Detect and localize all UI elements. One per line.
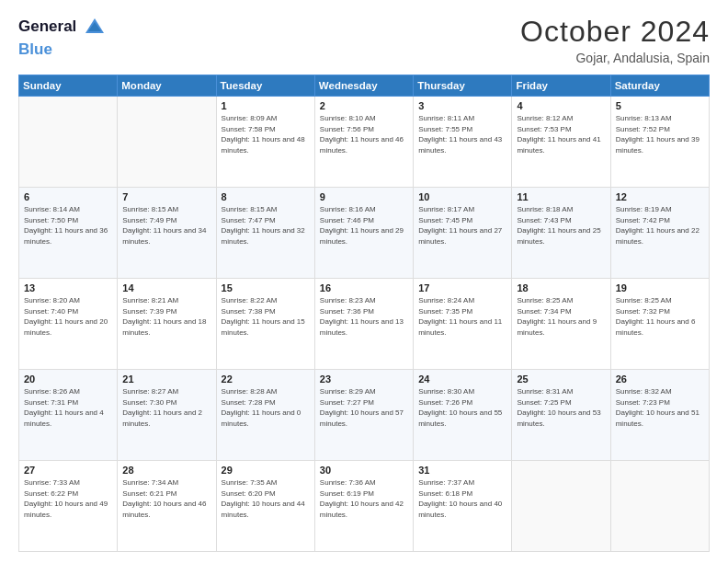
calendar-cell: 8Sunrise: 8:15 AM Sunset: 7:47 PM Daylig…	[216, 188, 314, 279]
day-info: Sunrise: 7:35 AM Sunset: 6:20 PM Dayligh…	[222, 477, 310, 520]
calendar-cell: 7Sunrise: 8:15 AM Sunset: 7:49 PM Daylig…	[118, 188, 216, 279]
calendar-cell: 2Sunrise: 8:10 AM Sunset: 7:56 PM Daylig…	[314, 97, 413, 188]
calendar-week-row: 27Sunrise: 7:33 AM Sunset: 6:22 PM Dayli…	[19, 461, 710, 552]
day-number: 25	[517, 373, 605, 385]
calendar-cell: 22Sunrise: 8:28 AM Sunset: 7:28 PM Dayli…	[216, 370, 314, 461]
day-info: Sunrise: 8:13 AM Sunset: 7:52 PM Dayligh…	[616, 113, 704, 155]
day-number: 26	[616, 373, 704, 385]
calendar-week-row: 13Sunrise: 8:20 AM Sunset: 7:40 PM Dayli…	[19, 279, 710, 370]
calendar-col-wednesday: Wednesday	[314, 75, 413, 97]
day-info: Sunrise: 8:22 AM Sunset: 7:38 PM Dayligh…	[222, 295, 310, 338]
calendar-cell: 6Sunrise: 8:14 AM Sunset: 7:50 PM Daylig…	[19, 188, 118, 279]
calendar-header-row: SundayMondayTuesdayWednesdayThursdayFrid…	[19, 75, 710, 97]
day-number: 4	[517, 100, 605, 111]
calendar-cell: 3Sunrise: 8:11 AM Sunset: 7:55 PM Daylig…	[414, 97, 512, 188]
calendar-cell: 26Sunrise: 8:32 AM Sunset: 7:23 PM Dayli…	[610, 370, 709, 461]
day-number: 20	[24, 373, 112, 385]
calendar-cell: 31Sunrise: 7:37 AM Sunset: 6:18 PM Dayli…	[414, 461, 512, 552]
day-info: Sunrise: 8:16 AM Sunset: 7:46 PM Dayligh…	[320, 204, 408, 247]
calendar-cell: 30Sunrise: 7:36 AM Sunset: 6:19 PM Dayli…	[314, 461, 413, 552]
day-info: Sunrise: 8:21 AM Sunset: 7:39 PM Dayligh…	[122, 295, 210, 338]
calendar-cell: 5Sunrise: 8:13 AM Sunset: 7:52 PM Daylig…	[610, 97, 709, 188]
calendar-cell	[118, 97, 216, 188]
day-number: 10	[418, 191, 506, 202]
day-info: Sunrise: 8:15 AM Sunset: 7:49 PM Dayligh…	[122, 204, 210, 247]
calendar-week-row: 6Sunrise: 8:14 AM Sunset: 7:50 PM Daylig…	[19, 188, 710, 279]
logo-general: General	[18, 17, 76, 35]
calendar-week-row: 20Sunrise: 8:26 AM Sunset: 7:31 PM Dayli…	[19, 370, 710, 461]
day-info: Sunrise: 7:36 AM Sunset: 6:19 PM Dayligh…	[320, 477, 408, 520]
day-info: Sunrise: 8:11 AM Sunset: 7:55 PM Dayligh…	[418, 113, 506, 155]
day-number: 29	[222, 465, 310, 476]
day-info: Sunrise: 8:14 AM Sunset: 7:50 PM Dayligh…	[24, 204, 112, 247]
calendar-col-monday: Monday	[118, 75, 216, 97]
day-info: Sunrise: 8:30 AM Sunset: 7:26 PM Dayligh…	[418, 386, 506, 429]
day-info: Sunrise: 7:33 AM Sunset: 6:22 PM Dayligh…	[24, 477, 112, 520]
location-title: Gojar, Andalusia, Spain	[520, 51, 710, 65]
calendar-cell	[512, 461, 610, 552]
day-number: 15	[222, 282, 310, 293]
calendar-cell	[19, 97, 118, 188]
calendar-cell: 24Sunrise: 8:30 AM Sunset: 7:26 PM Dayli…	[414, 370, 512, 461]
calendar-cell: 4Sunrise: 8:12 AM Sunset: 7:53 PM Daylig…	[512, 97, 610, 188]
day-number: 31	[418, 465, 506, 476]
day-info: Sunrise: 8:10 AM Sunset: 7:56 PM Dayligh…	[320, 113, 408, 155]
page: General Blue October 2024 Gojar, Andalus…	[0, 0, 728, 563]
calendar-cell: 12Sunrise: 8:19 AM Sunset: 7:42 PM Dayli…	[610, 188, 709, 279]
header: General Blue October 2024 Gojar, Andalus…	[18, 15, 710, 65]
day-info: Sunrise: 8:24 AM Sunset: 7:35 PM Dayligh…	[418, 295, 506, 338]
calendar-cell: 11Sunrise: 8:18 AM Sunset: 7:43 PM Dayli…	[512, 188, 610, 279]
day-info: Sunrise: 7:37 AM Sunset: 6:18 PM Dayligh…	[418, 477, 506, 520]
calendar-cell: 21Sunrise: 8:27 AM Sunset: 7:30 PM Dayli…	[118, 370, 216, 461]
day-info: Sunrise: 7:34 AM Sunset: 6:21 PM Dayligh…	[122, 477, 210, 520]
month-title: October 2024	[520, 15, 710, 49]
day-info: Sunrise: 8:15 AM Sunset: 7:47 PM Dayligh…	[222, 204, 310, 247]
calendar-cell: 25Sunrise: 8:31 AM Sunset: 7:25 PM Dayli…	[512, 370, 610, 461]
day-number: 17	[418, 282, 506, 293]
calendar-cell: 20Sunrise: 8:26 AM Sunset: 7:31 PM Dayli…	[19, 370, 118, 461]
day-number: 16	[320, 282, 408, 293]
day-number: 3	[418, 100, 506, 111]
calendar-col-thursday: Thursday	[414, 75, 512, 97]
day-number: 28	[122, 465, 210, 476]
day-number: 27	[24, 465, 112, 476]
logo: General Blue	[18, 15, 108, 59]
day-info: Sunrise: 8:32 AM Sunset: 7:23 PM Dayligh…	[616, 386, 704, 429]
day-number: 14	[122, 282, 210, 293]
calendar-cell: 23Sunrise: 8:29 AM Sunset: 7:27 PM Dayli…	[314, 370, 413, 461]
day-number: 1	[222, 100, 310, 111]
day-number: 5	[616, 100, 704, 111]
day-number: 6	[24, 191, 112, 202]
day-number: 24	[418, 373, 506, 385]
day-info: Sunrise: 8:29 AM Sunset: 7:27 PM Dayligh…	[320, 386, 408, 429]
day-number: 11	[517, 191, 605, 202]
day-info: Sunrise: 8:18 AM Sunset: 7:43 PM Dayligh…	[517, 204, 605, 247]
calendar-cell: 16Sunrise: 8:23 AM Sunset: 7:36 PM Dayli…	[314, 279, 413, 370]
calendar-cell: 10Sunrise: 8:17 AM Sunset: 7:45 PM Dayli…	[414, 188, 512, 279]
day-number: 13	[24, 282, 112, 293]
day-number: 23	[320, 373, 408, 385]
calendar-cell: 13Sunrise: 8:20 AM Sunset: 7:40 PM Dayli…	[19, 279, 118, 370]
calendar-table: SundayMondayTuesdayWednesdayThursdayFrid…	[18, 75, 710, 552]
day-info: Sunrise: 8:28 AM Sunset: 7:28 PM Dayligh…	[222, 386, 310, 429]
calendar-cell: 28Sunrise: 7:34 AM Sunset: 6:21 PM Dayli…	[118, 461, 216, 552]
calendar-cell: 19Sunrise: 8:25 AM Sunset: 7:32 PM Dayli…	[610, 279, 709, 370]
calendar-cell: 9Sunrise: 8:16 AM Sunset: 7:46 PM Daylig…	[314, 188, 413, 279]
calendar-col-tuesday: Tuesday	[216, 75, 314, 97]
day-number: 21	[122, 373, 210, 385]
calendar-col-saturday: Saturday	[610, 75, 709, 97]
calendar-cell: 18Sunrise: 8:25 AM Sunset: 7:34 PM Dayli…	[512, 279, 610, 370]
day-info: Sunrise: 8:25 AM Sunset: 7:34 PM Dayligh…	[517, 295, 605, 338]
calendar-cell: 27Sunrise: 7:33 AM Sunset: 6:22 PM Dayli…	[19, 461, 118, 552]
day-number: 8	[222, 191, 310, 202]
day-number: 19	[616, 282, 704, 293]
day-info: Sunrise: 8:31 AM Sunset: 7:25 PM Dayligh…	[517, 386, 605, 429]
day-info: Sunrise: 8:27 AM Sunset: 7:30 PM Dayligh…	[122, 386, 210, 429]
day-number: 22	[222, 373, 310, 385]
day-number: 12	[616, 191, 704, 202]
day-number: 7	[122, 191, 210, 202]
day-info: Sunrise: 8:26 AM Sunset: 7:31 PM Dayligh…	[24, 386, 112, 429]
day-info: Sunrise: 8:25 AM Sunset: 7:32 PM Dayligh…	[616, 295, 704, 338]
calendar-cell: 29Sunrise: 7:35 AM Sunset: 6:20 PM Dayli…	[216, 461, 314, 552]
day-number: 9	[320, 191, 408, 202]
